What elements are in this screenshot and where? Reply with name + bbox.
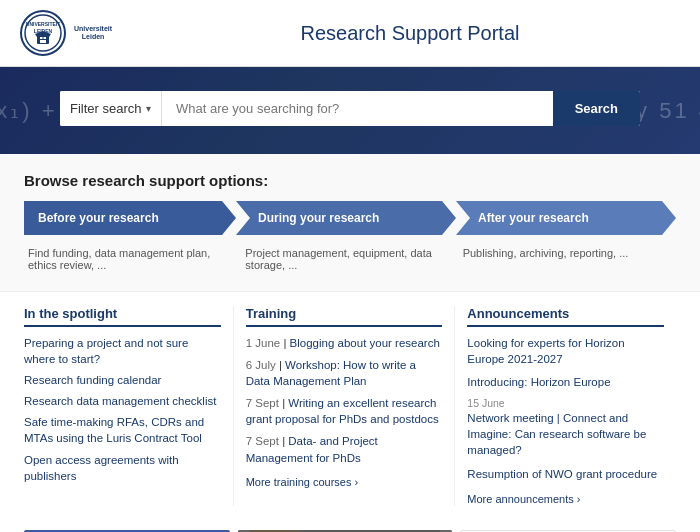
phase-desc-after: Publishing, archiving, reporting, ...	[459, 243, 676, 275]
training-title: Training	[246, 306, 443, 327]
phase-arrows: Before your research During your researc…	[24, 201, 676, 235]
browse-section: Browse research support options: Before …	[0, 154, 700, 291]
phase-desc-during: Project management, equipment, data stor…	[241, 243, 458, 275]
spotlight-title: In the spotlight	[24, 306, 221, 327]
training-date-1: 1 June	[246, 337, 281, 349]
search-input[interactable]	[162, 91, 553, 126]
ann-item-3: 15 June Network meeting | Connect and Im…	[467, 397, 664, 458]
spotlight-link-1[interactable]: Preparing a project and not sure where t…	[24, 335, 221, 367]
training-column: Training 1 June | Blogging about your re…	[234, 306, 456, 506]
spotlight-link-3[interactable]: Research data management checklist	[24, 393, 221, 409]
page-title: Research Support Portal	[140, 22, 680, 45]
browse-title: Browse research support options:	[24, 172, 676, 189]
phase-after[interactable]: After your research	[456, 201, 676, 235]
ann-date-3: 15 June	[467, 397, 664, 409]
search-bar: Filter search All Topics Tools Events ▾ …	[60, 91, 640, 126]
logo-text: Universiteit Leiden	[74, 25, 112, 42]
filter-select[interactable]: Filter search All Topics Tools Events	[70, 93, 142, 124]
training-item-3: 7 Sept | Writing an excellent research g…	[246, 395, 443, 427]
ann-link-3[interactable]: Network meeting | Connect and Imagine: C…	[467, 412, 646, 456]
training-date-3: 7 Sept	[246, 397, 279, 409]
ann-link-1[interactable]: Looking for experts for Horizon Europe 2…	[467, 337, 624, 365]
spotlight-link-4[interactable]: Safe time-making RFAs, CDRs and MTAs usi…	[24, 414, 221, 446]
training-item-2: 6 July | Workshop: How to write a Data M…	[246, 357, 443, 389]
ann-link-4[interactable]: Resumption of NWO grant procedure	[467, 468, 657, 480]
university-logo: UNIVERSITEIT LEIDEN	[20, 10, 66, 56]
training-item-1: 1 June | Blogging about your research	[246, 335, 443, 351]
announcements-title: Announcements	[467, 306, 664, 327]
logo-svg: UNIVERSITEIT LEIDEN	[23, 13, 63, 53]
training-date-2: 6 July	[246, 359, 276, 371]
phase-desc-before: Find funding, data management plan, ethi…	[24, 243, 241, 275]
svg-rect-6	[40, 40, 46, 43]
more-training-link[interactable]: More training courses ›	[246, 476, 359, 488]
more-announcements-link[interactable]: More announcements ›	[467, 493, 580, 505]
page-header: UNIVERSITEIT LEIDEN Universiteit Leiden …	[0, 0, 700, 67]
chevron-down-icon: ▾	[146, 103, 151, 114]
phase-during[interactable]: During your research	[236, 201, 456, 235]
training-link-1[interactable]: Blogging about your research	[290, 337, 440, 349]
ann-item-2: Introducing: Horizon Europe	[467, 374, 664, 390]
training-item-4: 7 Sept | Data- and Project Management fo…	[246, 433, 443, 465]
logo-area: UNIVERSITEIT LEIDEN Universiteit Leiden	[20, 10, 140, 56]
hero-banner: ƒ(x₁) + ƒ(x₁) · ₁ 3200 + ƒ12 = 62 + 3·ƒ1…	[0, 67, 700, 154]
ann-item-4: Resumption of NWO grant procedure	[467, 466, 664, 482]
spotlight-column: In the spotlight Preparing a project and…	[24, 306, 234, 506]
spotlight-link-5[interactable]: Open access agreements with publishers	[24, 452, 221, 484]
phase-descriptions: Find funding, data management plan, ethi…	[24, 243, 676, 275]
filter-dropdown[interactable]: Filter search All Topics Tools Events ▾	[60, 91, 162, 126]
content-columns: In the spotlight Preparing a project and…	[0, 291, 700, 520]
spotlight-link-2[interactable]: Research funding calendar	[24, 372, 221, 388]
bottom-cards: Help us improve The Research Support Por…	[0, 520, 700, 532]
ann-item-1: Looking for experts for Horizon Europe 2…	[467, 335, 664, 367]
announcements-column: Announcements Looking for experts for Ho…	[455, 306, 676, 506]
phase-before[interactable]: Before your research	[24, 201, 236, 235]
ann-link-2[interactable]: Introducing: Horizon Europe	[467, 376, 610, 388]
training-date-4: 7 Sept	[246, 435, 279, 447]
search-button[interactable]: Search	[553, 91, 640, 126]
svg-text:UNIVERSITEIT: UNIVERSITEIT	[26, 21, 60, 27]
